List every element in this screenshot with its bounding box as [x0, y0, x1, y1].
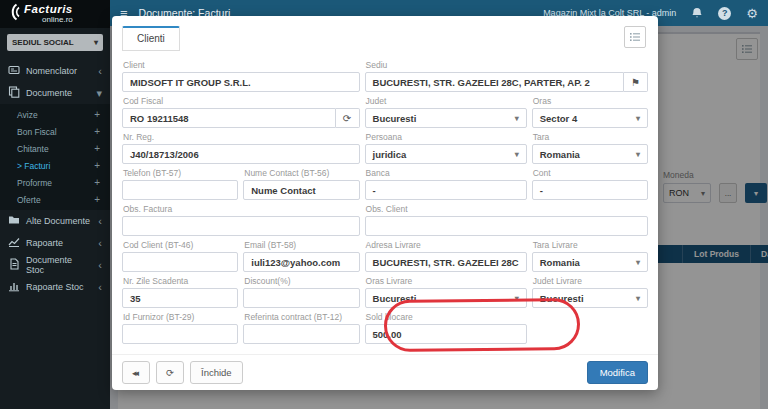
judet-livrare-select[interactable]: Bucuresti▾ — [532, 288, 648, 308]
sidebar-item-proforme[interactable]: Proforme + — [0, 174, 110, 191]
sidebar-item-rapoarte-stoc[interactable]: Rapoarte Stoc ‹ — [0, 276, 110, 298]
nume-contact-input[interactable]: Nume Contact — [243, 180, 359, 200]
oras-livrare-select[interactable]: Bucuresti▾ — [365, 288, 527, 308]
field-value: Bucuresti — [540, 293, 584, 304]
field-client: Client MIDSOFT IT GROUP S.R.L. — [122, 57, 360, 93]
client-list-button[interactable] — [624, 26, 646, 48]
plus-icon[interactable]: + — [94, 177, 100, 188]
referinta-contract-input[interactable] — [243, 324, 359, 344]
field-nume-contact: Nume Contact (BT-56) Nume Contact — [243, 165, 359, 201]
client-input[interactable]: MIDSOFT IT GROUP S.R.L. — [122, 72, 360, 92]
email-input[interactable]: iuli123@yahoo.com — [243, 252, 359, 272]
file-icon — [8, 258, 20, 272]
chevron-left-icon: ‹ — [98, 260, 102, 271]
obs-factura-input[interactable] — [122, 216, 360, 236]
field-value: Bucuresti — [373, 113, 417, 124]
field-empty — [532, 309, 648, 345]
obs-client-input[interactable] — [365, 216, 648, 236]
caret-down-icon: ▾ — [632, 294, 640, 303]
sidebar-item-label: Rapoarte — [26, 238, 63, 248]
field-adresa-livrare: Adresa Livrare BUCURESTI, STR. GAZELEI 2… — [365, 237, 527, 273]
field-discount: Discount(%) — [243, 273, 359, 309]
sync-icon[interactable]: ⟳ — [336, 108, 360, 128]
field-label: Sediu — [366, 60, 648, 70]
field-nr-zile-scadenta: Nr. Zile Scadenta 35 — [122, 273, 238, 309]
tab-clienti[interactable]: Clienti — [122, 26, 180, 51]
field-tara: Tara Romania▾ — [532, 129, 648, 165]
chevron-down-icon: ▾ — [96, 88, 102, 99]
sidebar-item-rapoarte[interactable]: Rapoarte ‹ — [0, 232, 110, 254]
field-label: Nume Contact (BT-56) — [244, 168, 359, 178]
field-label: Client — [123, 60, 360, 70]
sidebar-item-label: Alte Documente — [26, 216, 90, 226]
modifica-button[interactable]: Modifica — [587, 361, 648, 384]
field-value: iuli123@yahoo.com — [251, 257, 340, 268]
sold-blocare-input[interactable]: 500.00 — [365, 324, 527, 344]
plus-icon[interactable]: + — [94, 194, 100, 205]
back-button[interactable]: ◂◂ — [122, 361, 150, 384]
logo-subtitle: online.ro — [24, 16, 73, 24]
id-furnizor-input[interactable] — [122, 324, 238, 344]
sidebar-item-documente-stoc[interactable]: Documente Stoc ‹ — [0, 254, 110, 276]
telefon-input[interactable] — [122, 180, 238, 200]
oras-select[interactable]: Sector 4▾ — [532, 108, 648, 128]
plus-icon[interactable]: + — [94, 109, 100, 120]
documente-submenu: Avize + Bon Fiscal + Chitante + > Factur… — [0, 104, 110, 210]
field-email: Email (BT-58) iuli123@yahoo.com — [243, 237, 359, 273]
field-label: Persoana — [366, 132, 527, 142]
field-label: Oras Livrare — [366, 276, 527, 286]
field-cod-fiscal: Cod Fiscal RO 19211548 ⟳ — [122, 93, 360, 129]
plus-icon[interactable]: + — [94, 143, 100, 154]
discount-input[interactable] — [243, 288, 359, 308]
field-judet: Judet Bucuresti▾ — [365, 93, 527, 129]
sidebar-item-oferte[interactable]: Oferte + — [0, 191, 110, 208]
flag-icon[interactable]: ⚑ — [624, 72, 648, 92]
tara-livrare-select[interactable]: Romania▾ — [532, 252, 648, 272]
refresh-button[interactable]: ⟳ — [156, 361, 184, 384]
persoana-select[interactable]: juridica▾ — [365, 144, 527, 164]
field-label: Adresa Livrare — [366, 240, 527, 250]
nr-zile-input[interactable]: 35 — [122, 288, 238, 308]
line-chart-icon — [8, 236, 20, 250]
sidebar-item-avize[interactable]: Avize + — [0, 106, 110, 123]
cont-input[interactable]: - — [532, 180, 648, 200]
cod-fiscal-input[interactable]: RO 19211548 — [122, 108, 336, 128]
copy-icon — [8, 86, 20, 100]
sidebar-item-nomenclator[interactable]: Nomenclator ‹ — [0, 60, 110, 82]
help-icon[interactable]: ? — [718, 7, 731, 20]
plus-icon[interactable]: + — [94, 160, 100, 171]
plus-icon[interactable]: + — [94, 126, 100, 137]
field-label: Oras — [533, 96, 648, 106]
sidebar: Facturis online.ro SEDIUL SOCIAL ▾ Nomen… — [0, 0, 110, 409]
gear-icon[interactable]: ⚙ — [746, 7, 758, 20]
field-referinta-contract: Referinta contract (BT-12) — [243, 309, 359, 345]
sidebar-item-documente[interactable]: Documente ▾ — [0, 82, 110, 104]
sidebar-item-bon-fiscal[interactable]: Bon Fiscal + — [0, 123, 110, 140]
sidebar-item-chitante[interactable]: Chitante + — [0, 140, 110, 157]
banca-input[interactable]: - — [365, 180, 527, 200]
submenu-label: Proforme — [17, 178, 52, 188]
field-label: Cod Client (BT-46) — [123, 240, 238, 250]
close-button[interactable]: Închide — [190, 361, 243, 384]
field-label: Discount(%) — [244, 276, 359, 286]
chevron-left-icon: ‹ — [98, 216, 102, 227]
bell-icon[interactable] — [691, 7, 703, 19]
tara-select[interactable]: Romania▾ — [532, 144, 648, 164]
field-label: Nr. Zile Scadenta — [123, 276, 238, 286]
sediu-input[interactable]: BUCURESTI, STR. GAZELEI 28C, PARTER, AP.… — [365, 72, 624, 92]
nr-reg-input[interactable]: J40/18713/2006 — [122, 144, 360, 164]
sidebar-item-label: Documente — [26, 88, 72, 98]
sidebar-item-alte-documente[interactable]: Alte Documente ‹ — [0, 210, 110, 232]
field-value: juridica — [373, 149, 407, 160]
cod-client-input[interactable] — [122, 252, 238, 272]
company-selector-label: SEDIUL SOCIAL — [12, 38, 74, 47]
field-value: BUCURESTI, STR. GAZELEI 28C, PARTER, AP.… — [373, 77, 590, 88]
company-selector[interactable]: SEDIUL SOCIAL ▾ — [7, 34, 103, 51]
sidebar-item-facturi[interactable]: > Facturi + — [0, 157, 110, 174]
field-oras-livrare: Oras Livrare Bucuresti▾ — [365, 273, 527, 309]
adresa-livrare-input[interactable]: BUCURESTI, STR. GAZELEI 28C — [365, 252, 527, 272]
judet-select[interactable]: Bucuresti▾ — [365, 108, 527, 128]
field-telefon: Telefon (BT-57) — [122, 165, 238, 201]
folder-icon — [8, 214, 20, 228]
field-label: Nr. Reg. — [123, 132, 360, 142]
